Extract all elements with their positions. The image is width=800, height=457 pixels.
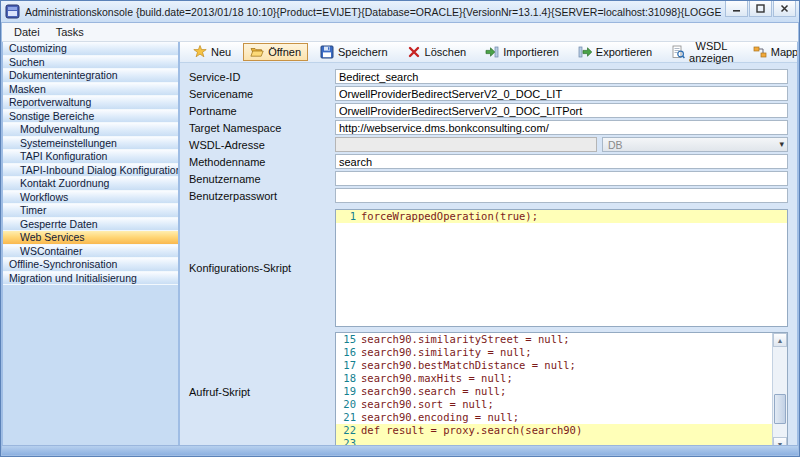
chevron-down-icon: ▾ xyxy=(779,140,784,149)
sidebar-item-label: Gesperrte Daten xyxy=(20,218,98,230)
sidebar-item-kontakt-zuordnung[interactable]: Kontakt Zuordnung xyxy=(3,177,178,191)
sidebar-item-web-services[interactable]: Web Services xyxy=(3,231,178,245)
line-number: 18 xyxy=(336,372,361,385)
sidebar-item-timer[interactable]: Timer xyxy=(3,204,178,218)
offnen-button[interactable]: Öffnen xyxy=(243,43,308,61)
wsdl-anzeigen-button[interactable]: WSDL anzeigen xyxy=(664,43,741,61)
form-row-methodenname: Methodenname xyxy=(189,153,788,170)
toolbar-button-label: Mapping xyxy=(771,46,797,58)
benutzerpasswort-input[interactable] xyxy=(335,188,788,203)
sidebar-item-tapi-konfiguration[interactable]: TAPI Konfiguration xyxy=(3,150,178,164)
form-row-wsdl-adresse: WSDL-AdresseDB▾ xyxy=(189,136,788,153)
portname-input[interactable] xyxy=(335,103,788,118)
sidebar-item-offline-synchronisation[interactable]: Offline-Synchronisation xyxy=(3,258,178,272)
window-controls xyxy=(725,1,796,17)
form-row-service-id: Service-ID xyxy=(189,68,788,85)
sidebar-item-workflows[interactable]: Workflows xyxy=(3,191,178,205)
code-line: 19search90.search = null; xyxy=(336,385,772,398)
neu-button[interactable]: Neu xyxy=(186,43,238,61)
app-icon xyxy=(5,4,20,19)
methodenname-label: Methodenname xyxy=(189,156,335,168)
wsdl-adresse-input[interactable] xyxy=(335,137,597,152)
sidebar-item-label: TAPI-Inbound Dialog Konfiguration xyxy=(20,164,178,176)
form-value-target-namespace xyxy=(335,120,788,135)
toolbar-button-label: Speichern xyxy=(338,46,388,58)
save-icon xyxy=(320,45,334,59)
code-text: def result = proxy.search(search90) xyxy=(361,424,582,437)
window-title: Administrationskonsole {build.date=2013/… xyxy=(25,6,721,18)
target-namespace-label: Target Namespace xyxy=(189,122,335,134)
code-line: 16search90.similarity = null; xyxy=(336,346,772,359)
line-number: 23 xyxy=(336,437,361,445)
service-id-label: Service-ID xyxy=(189,71,335,83)
aufruf-script-row: Aufruf-Skript 15search90.similarityStree… xyxy=(189,332,788,445)
importieren-button[interactable]: Importieren xyxy=(478,43,566,61)
maximize-button[interactable] xyxy=(749,1,772,17)
import-icon xyxy=(485,45,499,59)
speichern-button[interactable]: Speichern xyxy=(313,43,395,61)
mapping-button[interactable]: Mapping xyxy=(746,43,797,61)
close-button[interactable] xyxy=(773,1,796,17)
code-line: 18search90.maxHits = null; xyxy=(336,372,772,385)
methodenname-input[interactable] xyxy=(335,154,788,169)
wsdl-adresse-source-dropdown[interactable]: DB▾ xyxy=(602,137,788,152)
window-bottom-frame xyxy=(2,445,798,455)
sidebar-item-label: Workflows xyxy=(20,191,68,203)
form-value-portname xyxy=(335,103,788,118)
sidebar-item-customizing[interactable]: Customizing xyxy=(3,42,178,56)
line-number: 22 xyxy=(336,424,361,437)
code-text: search90.sort = null; xyxy=(361,398,494,411)
sidebar-item-label: Web Services xyxy=(20,231,85,243)
menu-item-datei[interactable]: Datei xyxy=(6,24,48,40)
aufruf-script-editor[interactable]: 15search90.similarityStreet = null;16sea… xyxy=(335,332,788,445)
sidebar-item-tapi-inbound-dialog-konfiguration[interactable]: TAPI-Inbound Dialog Konfiguration xyxy=(3,164,178,178)
target-namespace-input[interactable] xyxy=(335,120,788,135)
sidebar-item-masken[interactable]: Masken xyxy=(3,83,178,97)
sidebar-item-migration-und-initialisierung[interactable]: Migration und Initialisierung xyxy=(3,272,178,286)
sidebar-item-label: WSContainer xyxy=(20,245,82,257)
wsdl-icon xyxy=(671,45,685,59)
title-bar: Administrationskonsole {build.date=2013/… xyxy=(1,1,799,23)
service-id-input[interactable] xyxy=(335,69,788,84)
exportieren-button[interactable]: Exportieren xyxy=(571,43,659,61)
navigation-sidebar: CustomizingSuchenDokumentenintegrationMa… xyxy=(3,42,178,445)
scrollbar-thumb[interactable] xyxy=(774,394,786,424)
scroll-down-arrow-icon[interactable]: ▼ xyxy=(773,437,787,445)
servicename-input[interactable] xyxy=(335,86,788,101)
code-line: 15search90.similarityStreet = null; xyxy=(336,333,772,346)
form-row-portname: Portname xyxy=(189,102,788,119)
sidebar-item-wscontainer[interactable]: WSContainer xyxy=(3,245,178,259)
minimize-button[interactable] xyxy=(725,1,748,17)
benutzerpasswort-label: Benutzerpasswort xyxy=(189,190,335,202)
code-line: 17search90.bestMatchDistance = null; xyxy=(336,359,772,372)
vertical-scrollbar[interactable]: ▲ ▼ xyxy=(772,333,787,445)
sidebar-item-label: Timer xyxy=(20,204,46,216)
code-text: search90.similarity = null; xyxy=(361,346,532,359)
sidebar-item-modulverwaltung[interactable]: Modulverwaltung xyxy=(3,123,178,137)
loschen-button[interactable]: Löschen xyxy=(400,43,474,61)
portname-label: Portname xyxy=(189,105,335,117)
konfig-script-row: Konfigurations-Skript 1forceWrappedOpera… xyxy=(189,209,788,327)
konfig-script-editor[interactable]: 1forceWrappedOperation(true); xyxy=(335,209,788,327)
sidebar-item-gesperrte-daten[interactable]: Gesperrte Daten xyxy=(3,218,178,232)
maximize-icon xyxy=(756,4,765,13)
aufruf-code-lines: 15search90.similarityStreet = null;16sea… xyxy=(336,333,772,445)
sidebar-item-reportverwaltung[interactable]: Reportverwaltung xyxy=(3,96,178,110)
close-icon xyxy=(780,4,789,13)
sidebar-item-dokumentenintegration[interactable]: Dokumentenintegration xyxy=(3,69,178,83)
line-number: 16 xyxy=(336,346,361,359)
sidebar-item-sonstige-bereiche[interactable]: Sonstige Bereiche xyxy=(3,110,178,124)
menu-bar: DateiTasks xyxy=(2,23,798,42)
code-line: 1forceWrappedOperation(true); xyxy=(336,210,787,223)
line-number: 15 xyxy=(336,333,361,346)
scroll-up-arrow-icon[interactable]: ▲ xyxy=(773,333,787,347)
sidebar-item-systemeinstellungen[interactable]: Systemeinstellungen xyxy=(3,137,178,151)
menu-item-tasks[interactable]: Tasks xyxy=(48,24,92,40)
wsdl-adresse-label: WSDL-Adresse xyxy=(189,139,335,151)
benutzername-input[interactable] xyxy=(335,171,788,186)
code-text: search90.search = null; xyxy=(361,385,506,398)
toolbar-button-label: WSDL anzeigen xyxy=(689,42,734,64)
form-value-methodenname xyxy=(335,154,788,169)
sidebar-item-suchen[interactable]: Suchen xyxy=(3,56,178,70)
code-line: 23 xyxy=(336,437,772,445)
